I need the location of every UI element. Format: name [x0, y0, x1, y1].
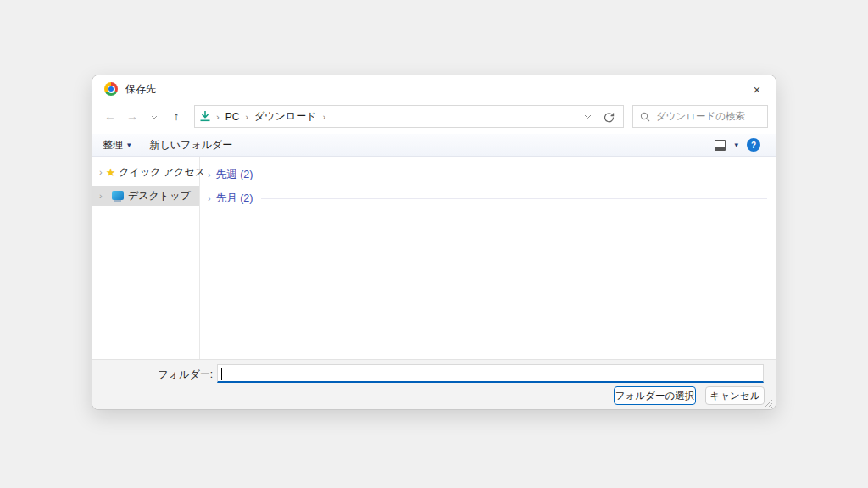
monitor-icon	[112, 191, 124, 200]
folder-picker-dialog: 保存先 × ← → ↑ › PC › ダウンロード ›	[92, 75, 776, 410]
group-divider	[261, 198, 767, 199]
group-header-last-week[interactable]: › 先週 (2)	[208, 165, 776, 184]
group-divider	[261, 175, 767, 175]
breadcrumb-pc[interactable]: PC	[225, 111, 240, 123]
chrome-icon	[104, 82, 118, 96]
close-icon[interactable]: ×	[738, 75, 776, 103]
sidebar-item-quick-access[interactable]: › ★ クイック アクセス	[92, 162, 199, 182]
download-folder-icon	[200, 111, 210, 122]
group-chevron-icon[interactable]: ›	[208, 169, 211, 180]
address-dropdown-chevron-icon[interactable]	[584, 110, 592, 122]
new-folder-label: 新しいフォルダー	[150, 138, 233, 152]
forward-button[interactable]: →	[121, 109, 143, 123]
view-dropdown-chevron-icon[interactable]: ▾	[734, 141, 738, 149]
navigation-bar: ← → ↑ › PC › ダウンロード ›	[92, 103, 776, 130]
expand-chevron-icon[interactable]: ›	[99, 191, 108, 201]
title-bar: 保存先 ×	[92, 75, 776, 103]
search-placeholder: ダウンロードの検索	[656, 110, 745, 123]
expand-chevron-icon[interactable]: ›	[99, 167, 103, 177]
dialog-footer: フォルダー: フォルダーの選択 キャンセル	[92, 359, 776, 409]
sidebar-item-label: デスクトップ	[128, 189, 191, 203]
group-chevron-icon[interactable]: ›	[208, 193, 211, 203]
breadcrumb-separator: ›	[322, 112, 326, 122]
group-header-last-month[interactable]: › 先月 (2)	[208, 189, 776, 208]
refresh-icon[interactable]	[604, 110, 615, 122]
view-mode-icon[interactable]	[715, 140, 726, 151]
group-label: 先週 (2)	[216, 168, 253, 182]
organize-button[interactable]: 整理 ▾	[103, 138, 131, 152]
select-folder-button[interactable]: フォルダーの選択	[614, 386, 696, 405]
breadcrumb-separator: ›	[245, 112, 248, 122]
breadcrumb-separator: ›	[216, 112, 220, 122]
help-icon[interactable]: ?	[747, 138, 760, 152]
text-caret	[221, 368, 222, 380]
cancel-button[interactable]: キャンセル	[705, 386, 765, 405]
folder-name-label: フォルダー:	[92, 368, 213, 382]
window-title: 保存先	[125, 82, 156, 97]
up-button[interactable]: ↑	[165, 109, 187, 123]
breadcrumb-downloads[interactable]: ダウンロード	[254, 109, 316, 124]
chevron-down-icon: ▾	[127, 141, 131, 149]
sidebar-item-label: クイック アクセス	[119, 165, 205, 180]
address-bar[interactable]: › PC › ダウンロード ›	[194, 105, 624, 128]
folder-name-input[interactable]	[217, 364, 764, 383]
command-toolbar: 整理 ▾ 新しいフォルダー ▾ ?	[92, 134, 776, 157]
back-button[interactable]: ←	[99, 109, 121, 123]
resize-grip[interactable]	[765, 399, 773, 408]
navigation-pane: › ★ クイック アクセス › デスクトップ	[92, 157, 200, 359]
organize-label: 整理	[103, 138, 123, 152]
search-input[interactable]: ダウンロードの検索	[632, 105, 768, 128]
recent-locations-chevron-icon[interactable]	[143, 109, 165, 123]
star-icon: ★	[106, 167, 116, 178]
sidebar-item-desktop[interactable]: › デスクトップ	[92, 186, 199, 206]
new-folder-button[interactable]: 新しいフォルダー	[150, 138, 233, 152]
content-area: › ★ クイック アクセス › デスクトップ › 先週 (2) › 先月 (2)	[92, 157, 776, 359]
file-list-panel[interactable]: › 先週 (2) › 先月 (2)	[201, 157, 776, 359]
search-icon	[640, 112, 650, 122]
group-label: 先月 (2)	[216, 191, 253, 206]
